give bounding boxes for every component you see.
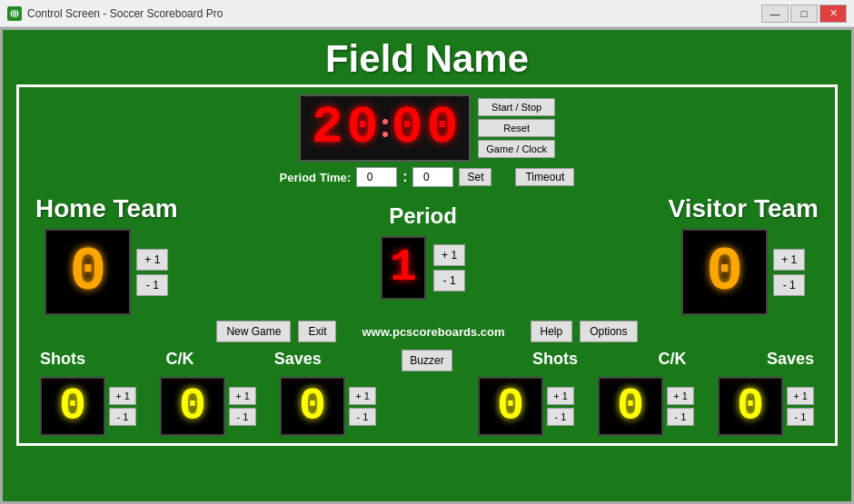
time-separator: : xyxy=(402,169,407,185)
period-title: Period xyxy=(389,203,457,229)
period-plus-button[interactable]: + 1 xyxy=(433,244,465,266)
visitor-ck-digit: 0 xyxy=(617,384,644,430)
visitor-score-plus-button[interactable]: + 1 xyxy=(773,249,805,271)
home-score-area: 0 + 1 - 1 xyxy=(45,229,168,315)
visitor-shots-group: 0 + 1 - 1 xyxy=(478,377,574,436)
visitor-shots-buttons: + 1 - 1 xyxy=(547,387,574,426)
visitor-ck-plus-button[interactable]: + 1 xyxy=(667,387,694,405)
timer-digit-1: 2 xyxy=(312,102,343,154)
timer-display: 2 0 0 0 xyxy=(299,94,471,162)
visitor-shots-digit: 0 xyxy=(497,384,524,430)
visitor-saves-display: 0 xyxy=(718,377,783,436)
home-score-digit: 0 xyxy=(69,242,106,303)
period-time-label: Period Time: xyxy=(280,171,352,184)
visitor-saves-plus-button[interactable]: + 1 xyxy=(787,387,814,405)
titlebar-left: Control Screen - Soccer Scoreboard Pro xyxy=(7,6,223,21)
timeout-button[interactable]: Timeout xyxy=(515,168,574,186)
period-section: Period 1 + 1 - 1 xyxy=(381,203,465,300)
new-game-button[interactable]: New Game xyxy=(216,321,291,342)
minimize-button[interactable]: — xyxy=(761,5,789,23)
home-ck-minus-button[interactable]: - 1 xyxy=(229,408,256,426)
exit-button[interactable]: Exit xyxy=(298,321,336,342)
window-title: Control Screen - Soccer Scoreboard Pro xyxy=(27,7,223,20)
website-label: www.pcscoreboards.com xyxy=(343,325,522,339)
home-ck-group: 0 + 1 - 1 xyxy=(160,377,256,436)
visitor-ck-minus-button[interactable]: - 1 xyxy=(667,408,694,426)
visitor-score-display: 0 xyxy=(681,229,768,315)
timer-digit-2: 0 xyxy=(347,102,379,154)
action-row: New Game Exit www.pcscoreboards.com Help… xyxy=(26,321,828,342)
home-saves-digit: 0 xyxy=(299,384,326,430)
home-shots-minus-button[interactable]: - 1 xyxy=(109,408,136,426)
home-saves-display: 0 xyxy=(280,377,345,436)
period-time-row: Period Time: : Set Timeout xyxy=(26,167,828,187)
visitor-team-section: Visitor Team 0 + 1 - 1 xyxy=(669,194,819,315)
home-shots-display: 0 xyxy=(40,377,105,436)
home-score-plus-button[interactable]: + 1 xyxy=(136,249,168,271)
home-ck-label: C/K xyxy=(165,350,194,369)
game-clock-button[interactable]: Game / Clock xyxy=(478,140,555,158)
close-button[interactable]: ✕ xyxy=(819,5,847,23)
reset-button[interactable]: Reset xyxy=(478,119,555,137)
period-minutes-input[interactable] xyxy=(356,167,397,187)
app-icon xyxy=(7,6,22,21)
home-ck-display: 0 xyxy=(160,377,225,436)
timer-buttons: Start / Stop Reset Game / Clock xyxy=(478,98,555,158)
home-shots-group: 0 + 1 - 1 xyxy=(40,377,136,436)
visitor-ck-buttons: + 1 - 1 xyxy=(667,387,694,426)
visitor-saves-label: Saves xyxy=(767,350,814,369)
stats-labels-row: Shots C/K Saves Buzzer Shots C/K Saves xyxy=(26,346,828,371)
home-saves-group: 0 + 1 - 1 xyxy=(280,377,376,436)
scores-row: Home Team 0 + 1 - 1 Period 1 xyxy=(26,194,828,315)
home-score-buttons: + 1 - 1 xyxy=(136,249,168,296)
visitor-ck-label: C/K xyxy=(658,350,686,369)
home-ck-buttons: + 1 - 1 xyxy=(229,387,256,426)
visitor-shots-minus-button[interactable]: - 1 xyxy=(547,408,574,426)
visitor-shots-plus-button[interactable]: + 1 xyxy=(547,387,574,405)
main-window: Field Name 2 0 0 0 Start / Stop Reset Ga… xyxy=(0,27,854,504)
period-buttons: + 1 - 1 xyxy=(433,244,465,292)
visitor-saves-buttons: + 1 - 1 xyxy=(787,387,814,426)
visitor-score-minus-button[interactable]: - 1 xyxy=(773,274,805,296)
options-button[interactable]: Options xyxy=(580,321,637,342)
visitor-ck-group: 0 + 1 - 1 xyxy=(598,377,694,436)
field-name: Field Name xyxy=(3,30,851,84)
home-saves-minus-button[interactable]: - 1 xyxy=(349,408,376,426)
visitor-ck-display: 0 xyxy=(598,377,663,436)
help-button[interactable]: Help xyxy=(531,321,573,342)
set-button[interactable]: Set xyxy=(459,168,492,186)
visitor-score-area: 0 + 1 - 1 xyxy=(681,229,805,315)
visitor-team-name: Visitor Team xyxy=(669,194,819,223)
buzzer-button[interactable]: Buzzer xyxy=(402,350,452,371)
start-stop-button[interactable]: Start / Stop xyxy=(478,98,555,116)
home-team-section: Home Team 0 + 1 - 1 xyxy=(35,194,178,315)
home-shots-plus-button[interactable]: + 1 xyxy=(109,387,136,405)
timer-colon xyxy=(382,119,388,137)
timer-row: 2 0 0 0 Start / Stop Reset Game / Clock xyxy=(26,94,828,162)
period-display: 1 xyxy=(381,236,426,300)
inner-panel: 2 0 0 0 Start / Stop Reset Game / Clock … xyxy=(16,84,838,446)
home-shots-digit: 0 xyxy=(59,384,86,430)
titlebar: Control Screen - Soccer Scoreboard Pro —… xyxy=(0,0,854,27)
home-team-name: Home Team xyxy=(35,194,178,223)
visitor-saves-minus-button[interactable]: - 1 xyxy=(787,408,814,426)
timer-digit-4: 0 xyxy=(426,102,458,154)
home-ck-digit: 0 xyxy=(179,384,206,430)
visitor-score-buttons: + 1 - 1 xyxy=(773,249,805,296)
home-saves-buttons: + 1 - 1 xyxy=(349,387,376,426)
period-digit: 1 xyxy=(390,245,417,291)
visitor-shots-label: Shots xyxy=(532,350,578,369)
timer-digit-3: 0 xyxy=(392,102,423,154)
home-score-display: 0 xyxy=(45,229,131,315)
period-seconds-input[interactable] xyxy=(412,167,453,187)
home-shots-buttons: + 1 - 1 xyxy=(109,387,136,426)
home-ck-plus-button[interactable]: + 1 xyxy=(229,387,256,405)
maximize-button[interactable]: □ xyxy=(790,5,818,23)
visitor-score-digit: 0 xyxy=(706,242,743,303)
visitor-shots-display: 0 xyxy=(478,377,543,436)
period-minus-button[interactable]: - 1 xyxy=(433,270,465,292)
home-shots-label: Shots xyxy=(40,350,85,369)
home-saves-plus-button[interactable]: + 1 xyxy=(349,387,376,405)
home-score-minus-button[interactable]: - 1 xyxy=(136,274,168,296)
home-saves-label: Saves xyxy=(274,350,322,369)
